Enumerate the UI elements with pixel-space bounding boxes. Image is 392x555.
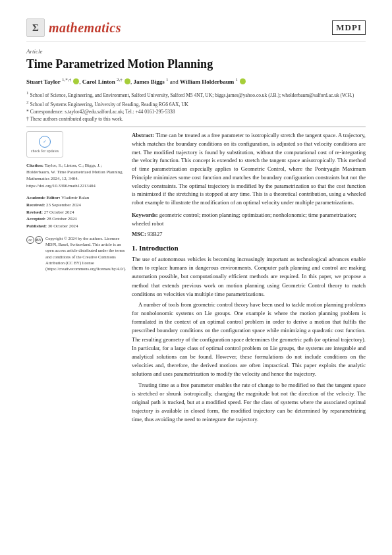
author-stuart: Stuart Taylor — [26, 78, 61, 85]
header: Σ mathematics MDPI — [26, 18, 366, 42]
page: Σ mathematics MDPI Article Time Parametr… — [0, 0, 392, 555]
introduction-body: The use of autonomous vehicles is becomi… — [132, 255, 366, 424]
affiliation-1: 1 School of Science, Engineering, and En… — [26, 90, 366, 99]
accepted-value: 28 October 2024 — [47, 216, 77, 221]
intro-para-3: Treating time as a free parameter enable… — [132, 381, 366, 424]
abstract-text: Time can be treated as a free parameter … — [132, 132, 366, 206]
revised-label: Revised: — [26, 210, 43, 214]
dates-box: Academic Editor: Vladimir Balan Received… — [26, 194, 124, 230]
received-date: Received: 23 September 2024 — [26, 202, 124, 209]
header-left: Σ mathematics — [26, 18, 121, 37]
check-updates-label: check for updates — [31, 149, 59, 153]
affiliations: 1 School of Science, Engineering, and En… — [26, 90, 366, 123]
sidebar: ✓ check for updates Citation: Taylor, S.… — [26, 131, 124, 427]
revised-date: Revised: 27 October 2024 — [26, 209, 124, 216]
author-william: William Holderbaum — [180, 78, 234, 85]
cc-license: cc BY Copyright © 2024 by the authors. L… — [26, 235, 124, 272]
cc-icon: cc — [26, 236, 34, 244]
orcid-icon-william — [240, 78, 246, 84]
msc-section: MSC: 93B27 — [132, 230, 366, 239]
intro-para-2: A number of tools from geometric control… — [132, 301, 366, 379]
main-content: Abstract: Time can be treated as a free … — [132, 131, 366, 427]
orcid-icon-carol — [125, 78, 130, 84]
accepted-date: Accepted: 28 October 2024 — [26, 216, 124, 223]
cc-by-icon: BY — [35, 236, 43, 244]
affiliation-note: † These authors contributed equally to t… — [26, 115, 366, 123]
author-carol: Carol Linton — [82, 78, 115, 85]
cc-badge: cc BY — [26, 236, 43, 244]
abstract-label: Abstract: — [132, 132, 154, 138]
journal-name: mathematics — [49, 20, 121, 36]
sigma-icon: Σ — [26, 18, 45, 37]
accepted-label: Accepted: — [26, 216, 45, 221]
keywords-text: geometric control; motion planning; opti… — [132, 212, 356, 227]
academic-editor-label: Academic Editor: — [26, 195, 61, 200]
two-col-layout: ✓ check for updates Citation: Taylor, S.… — [26, 131, 366, 427]
msc-label: MSC: — [132, 231, 146, 237]
authors-line: Stuart Taylor 1,*,† , Carol Linton 2,† ,… — [26, 76, 366, 87]
received-label: Received: — [26, 202, 45, 207]
check-updates-badge: ✓ check for updates — [26, 131, 63, 158]
keywords-section: Keywords: geometric control; motion plan… — [132, 211, 366, 228]
orcid-icon-stuart — [73, 78, 79, 84]
affiliation-correspondence: * Correspondence: s.taylor42@edu.salford… — [26, 108, 366, 115]
published-value: 30 October 2024 — [48, 223, 78, 228]
article-label: Article — [26, 48, 366, 55]
published-label: Published: — [26, 223, 47, 228]
article-title: Time Parametrized Motion Planning — [26, 57, 366, 72]
academic-editor-value: Vladimir Balan — [61, 195, 89, 200]
citation-label: Citation: — [26, 163, 43, 167]
mdpi-logo: MDPI — [332, 20, 366, 35]
received-value: 23 September 2024 — [46, 202, 81, 207]
check-updates-icon: ✓ — [39, 136, 51, 148]
academic-editor: Academic Editor: Vladimir Balan — [26, 194, 124, 202]
divider — [26, 127, 366, 127]
keywords-label: Keywords: — [132, 212, 158, 218]
abstract-section: Abstract: Time can be treated as a free … — [132, 131, 366, 207]
introduction-title: 1. Introduction — [132, 244, 366, 252]
intro-para-1: The use of autonomous vehicles is becomi… — [132, 255, 366, 299]
msc-text: 93B27 — [148, 231, 163, 237]
citation-box: Citation: Taylor, S.; Linton, C.; Biggs,… — [26, 162, 124, 189]
revised-value: 27 October 2024 — [44, 210, 74, 214]
published-date: Published: 30 October 2024 — [26, 223, 124, 230]
author-james: James Biggs — [134, 78, 165, 85]
affiliation-2: 2 School of Systems Engineering, Univers… — [26, 99, 366, 108]
license-text: Copyright © 2024 by the authors. License… — [45, 235, 126, 272]
